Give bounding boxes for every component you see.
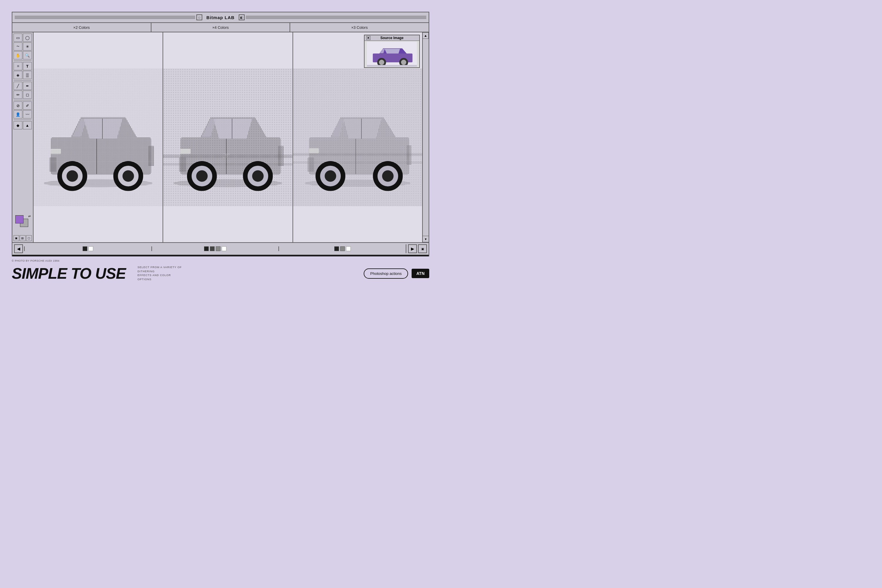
svg-rect-46 bbox=[367, 65, 417, 67]
tool-pencil[interactable]: ╱ bbox=[14, 82, 22, 90]
tool-paint-bucket[interactable]: ◈ bbox=[14, 71, 22, 79]
swap-colors-icon[interactable]: ⇄ bbox=[28, 214, 31, 218]
maximize-btn[interactable]: □ bbox=[196, 14, 202, 20]
tool-clone[interactable]: 👤 bbox=[14, 110, 22, 118]
tool-lasso[interactable]: 〜 bbox=[14, 42, 22, 51]
app-window: □ Bitmap LAB ◧ ×2 Colors ×4 Colors ×3 Co… bbox=[12, 12, 429, 255]
tool-crop[interactable]: ⌗ bbox=[14, 62, 22, 70]
svg-point-43 bbox=[379, 60, 384, 65]
tool-select-ellipse[interactable]: ◯ bbox=[23, 33, 32, 42]
info-section: © PHOTO BY PORSCHE AUDI 1984 SIMPLE TO U… bbox=[12, 256, 429, 282]
title-bar: □ Bitmap LAB ◧ bbox=[12, 12, 429, 23]
tool-pen[interactable]: ▲ bbox=[23, 121, 32, 129]
source-image-preview bbox=[364, 41, 419, 68]
tool-type[interactable]: T bbox=[23, 62, 32, 70]
atn-badge: ATN bbox=[412, 269, 429, 278]
source-popup-title-bar: ✕ Source Image bbox=[364, 35, 419, 41]
col2-color-1 bbox=[204, 246, 209, 251]
col-header-1: ×2 Colors bbox=[12, 23, 152, 32]
tool-smudge[interactable]: ◻ bbox=[23, 90, 32, 99]
tool-select-rect[interactable]: ▭ bbox=[14, 33, 22, 42]
svg-point-35 bbox=[252, 170, 264, 182]
svg-rect-36 bbox=[179, 157, 186, 172]
canvas-col-2: ☞ bbox=[163, 32, 293, 242]
window-title: Bitmap LAB bbox=[204, 15, 237, 20]
col2-color-2 bbox=[210, 246, 214, 251]
big-title-text: SIMPLE TO USE bbox=[12, 265, 126, 282]
car-display-2: ☞ bbox=[163, 32, 292, 242]
toolbar: ▭ ◯ 〜 ✳ ✋ 🔍 ⌗ T bbox=[12, 32, 33, 242]
tool-burn[interactable]: ✐ bbox=[23, 101, 32, 110]
page-view-btn[interactable]: ▣ bbox=[418, 244, 427, 253]
col3-color-indicators bbox=[278, 246, 406, 251]
col2-color-4 bbox=[222, 246, 226, 251]
svg-rect-37 bbox=[278, 146, 284, 166]
svg-point-45 bbox=[401, 60, 406, 65]
svg-rect-68 bbox=[293, 69, 422, 206]
col-header-2: ×4 Colors bbox=[152, 23, 291, 32]
col2-color-indicators bbox=[152, 246, 279, 251]
tool-eraser[interactable]: ✏ bbox=[14, 90, 22, 99]
restore-btn[interactable]: ◧ bbox=[239, 14, 244, 20]
nav-right-btn[interactable]: ▶ bbox=[408, 244, 417, 253]
outer-container: □ Bitmap LAB ◧ ×2 Colors ×4 Colors ×3 Co… bbox=[12, 12, 429, 282]
col1-color-black bbox=[82, 246, 87, 251]
tool-magic-wand[interactable]: ✳ bbox=[23, 42, 32, 51]
bottom-bar: ◀ ▶ ▣ bbox=[12, 242, 429, 255]
right-scrollbar: ▲ ▼ bbox=[422, 32, 429, 242]
source-popup-close-btn[interactable]: ✕ bbox=[366, 36, 370, 40]
badge-area: Photoshop actions ATN bbox=[364, 268, 429, 279]
title-bar-lines-left bbox=[15, 16, 195, 19]
copyright-text: © PHOTO BY PORSCHE AUDI 1984 bbox=[12, 259, 429, 262]
scroll-down-arrow[interactable]: ▼ bbox=[423, 236, 429, 242]
canvas-columns: ☞ ✕ Source Image bbox=[33, 32, 422, 242]
description-text: SELECT FROM A VARIETY OF DITHERING EFFEC… bbox=[138, 266, 184, 281]
tool-dodge[interactable]: ⊘ bbox=[14, 101, 22, 110]
source-image-popup: ✕ Source Image bbox=[364, 35, 420, 68]
tool-heal[interactable]: 〰 bbox=[23, 110, 32, 118]
photoshop-badge[interactable]: Photoshop actions bbox=[364, 268, 408, 279]
scroll-up-btn[interactable]: ▲ bbox=[422, 32, 429, 39]
col3-color-1 bbox=[334, 246, 339, 251]
tool-brush[interactable]: ✒ bbox=[23, 82, 32, 90]
svg-text:☞: ☞ bbox=[222, 150, 230, 161]
column-headers: ×2 Colors ×4 Colors ×3 Colors bbox=[12, 23, 429, 32]
svg-point-32 bbox=[196, 170, 208, 182]
tool-screen-mode-2[interactable]: ▤ bbox=[20, 235, 25, 241]
tool-options-row: ▣ ▤ ▢ bbox=[14, 235, 32, 241]
tool-screen-mode-1[interactable]: ▣ bbox=[14, 235, 19, 241]
tool-gradient[interactable]: ▒ bbox=[23, 71, 32, 79]
svg-rect-17 bbox=[33, 69, 163, 206]
tool-zoom[interactable]: 🔍 bbox=[23, 51, 32, 59]
source-popup-title-text: Source Image bbox=[380, 36, 404, 40]
content-area: ▲ ▭ ◯ 〜 ✳ ✋ 🔍 bbox=[12, 32, 429, 242]
tool-shape[interactable]: ◆ bbox=[14, 121, 22, 129]
canvas-col-3: ✕ Source Image bbox=[293, 32, 422, 242]
tool-screen-mode-3[interactable]: ▢ bbox=[26, 235, 32, 241]
bottom-row: SIMPLE TO USE SELECT FROM A VARIETY OF D… bbox=[12, 265, 429, 282]
col3-color-2 bbox=[340, 246, 345, 251]
title-bar-lines-right bbox=[246, 16, 426, 19]
col2-color-3 bbox=[216, 246, 220, 251]
svg-rect-38 bbox=[180, 149, 190, 154]
col1-color-indicators bbox=[24, 246, 152, 251]
foreground-color-swatch[interactable] bbox=[15, 215, 24, 224]
car-display-1 bbox=[33, 32, 163, 242]
col1-color-white bbox=[88, 246, 93, 251]
tool-move[interactable]: ✋ bbox=[14, 51, 22, 59]
col-header-3: ×3 Colors bbox=[290, 23, 429, 32]
col3-color-3 bbox=[346, 246, 351, 251]
canvas-col-1 bbox=[33, 32, 163, 242]
nav-left-btn[interactable]: ◀ bbox=[14, 244, 23, 253]
main-area: ▭ ◯ 〜 ✳ ✋ 🔍 ⌗ T bbox=[12, 32, 422, 242]
